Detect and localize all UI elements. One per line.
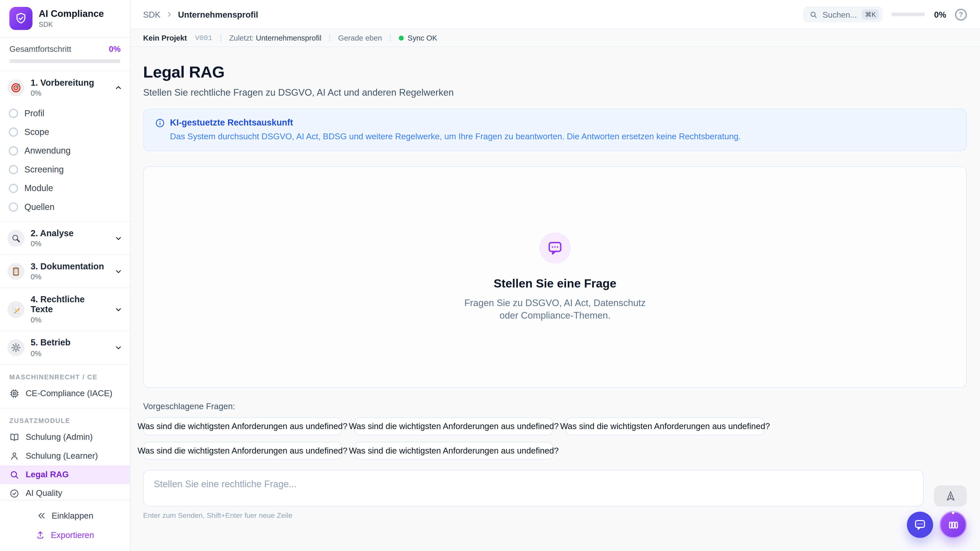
divider [329,34,330,42]
send-icon [944,490,956,502]
section-header-dokumentation[interactable]: 3. Dokumentation 0% [0,255,130,288]
page-subtitle: Stellen Sie rechtliche Fragen zu DSGVO, … [143,87,967,97]
suggested-question-button[interactable]: Was sind die wichtigsten Anforderungen a… [566,417,764,435]
overall-progress-bar [10,59,121,63]
radio-circle-icon [9,108,18,118]
suggestions-list: Was sind die wichtigsten Anforderungen a… [143,417,967,460]
sidebar-footer: Einklappen Exportieren [0,500,130,551]
divider [221,34,221,42]
group-header: ZUSATZMODULE [0,408,130,428]
section-title: 1. Vorbereitung [30,78,94,87]
export-button[interactable]: Exportieren [0,526,130,545]
section-header-betrieb[interactable]: 5. Betrieb 0% [0,331,130,364]
overall-progress: Gesamtfortschritt 0% [0,38,130,71]
chat-fab-button[interactable] [907,512,933,538]
sidebar-item-schulung-admin[interactable]: Schulung (Admin) [0,427,130,446]
section-vorbereitung: 1. Vorbereitung 0% Profil Scope Anwendun… [0,71,130,222]
sidebar-item-ai-quality[interactable]: AI Quality [0,484,130,500]
upload-icon [36,530,45,540]
suggested-question-button[interactable]: Was sind die wichtigsten Anforderungen a… [355,441,553,460]
chevron-right-icon [165,11,173,18]
chevron-down-icon [115,344,123,352]
app-root: AI Compliance SDK Gesamtfortschritt 0% 1… [0,0,980,551]
overall-progress-value: 0% [109,44,121,54]
chat-panel: Stellen Sie eine Frage Fragen Sie zu DSG… [143,166,967,388]
chat-bubble-icon [914,519,926,531]
sidebar-item-legal-rag[interactable]: Legal RAG [0,465,130,484]
info-icon [155,118,165,141]
keyboard-shortcut-badge: ⌘K [862,10,879,19]
send-button[interactable] [934,486,967,507]
last-saved-time: Gerade eben [338,33,382,42]
sidebar-item-module[interactable]: Module [0,179,130,197]
sidebar-item-ce-compliance[interactable]: CE-Compliance (IACE) [0,384,130,403]
app-subtitle: SDK [39,21,104,28]
overall-progress-label: Gesamtfortschritt [10,44,71,54]
memo-icon [7,301,24,318]
columns-fab-button[interactable] [939,511,967,538]
search-placeholder: Suchen... [822,10,857,19]
book-icon [10,432,19,442]
columns-icon [947,519,959,531]
sidebar-nav: 1. Vorbereitung 0% Profil Scope Anwendun… [0,71,130,500]
clipboard-icon [7,263,24,279]
sync-ok-dot-icon [399,35,404,40]
chevron-down-icon [115,267,123,275]
last-visited: Zuletzt: Unternehmensprofil [229,33,321,42]
topbar-right: Suchen... ⌘K 0% ? [803,6,967,22]
status-bar: Kein Projekt V001 Zuletzt: Unternehmensp… [130,29,980,47]
chevron-down-icon [115,305,123,313]
collapse-sidebar-button[interactable]: Einklappen [0,506,130,526]
global-search-button[interactable]: Suchen... ⌘K [803,6,883,22]
topbar-progress-bar [891,13,925,16]
sidebar-item-schulung-learner[interactable]: Schulung (Learner) [0,446,130,465]
search-icon [10,470,19,480]
info-text-block: KI-gestuetzte Rechtsauskunft Das System … [170,118,741,141]
composer-hint: Enter zum Senden, Shift+Enter fuer neue … [143,512,967,519]
section-header-rechtliche-texte[interactable]: 4. Rechtliche Texte 0% [0,288,130,331]
radio-circle-icon [9,202,18,211]
page-content: Legal RAG Stellen Sie rechtliche Fragen … [130,47,980,551]
sidebar-item-scope[interactable]: Scope [0,122,130,141]
section-dokumentation: 3. Dokumentation 0% [0,255,130,288]
radio-circle-icon [9,146,18,156]
magnifier-icon [7,230,24,246]
sidebar-item-screening[interactable]: Screening [0,160,130,179]
section-betrieb: 5. Betrieb 0% [0,331,130,365]
sidebar: AI Compliance SDK Gesamtfortschritt 0% 1… [0,0,130,551]
search-icon [810,10,818,18]
sync-status: Sync OK [399,33,437,42]
suggested-question-button[interactable]: Was sind die wichtigsten Anforderungen a… [355,417,553,435]
app-title: AI Compliance [39,9,104,19]
double-chevron-left-icon [37,511,46,520]
section-subitems: Profil Scope Anwendung Screening Module … [0,104,130,221]
sidebar-item-profil[interactable]: Profil [0,104,130,122]
section-rechtliche-texte: 4. Rechtliche Texte 0% [0,288,130,331]
empty-state-body: Fragen Sie zu DSGVO, AI Act, Datenschutz… [455,297,655,322]
sidebar-item-anwendung[interactable]: Anwendung [0,141,130,160]
chevron-down-icon [115,234,123,242]
sidebar-item-quellen[interactable]: Quellen [0,197,130,216]
info-banner: KI-gestuetzte Rechtsauskunft Das System … [143,109,967,151]
section-header-analyse[interactable]: 2. Analyse 0% [0,222,130,254]
main-area: SDK Unternehmensprofil Suchen... ⌘K 0% ?… [130,0,980,551]
info-title: KI-gestuetzte Rechtsauskunft [170,118,741,127]
breadcrumb-root[interactable]: SDK [143,10,161,19]
suggested-question-button[interactable]: Was sind die wichtigsten Anforderungen a… [143,417,342,435]
chevron-up-icon [115,83,123,92]
group-zusatzmodule: ZUSATZMODULE Schulung (Admin) Schulung (… [0,408,130,500]
help-icon[interactable]: ? [955,8,967,21]
suggestions-label: Vorgeschlagene Fragen: [143,402,967,411]
divider [390,34,390,42]
radio-circle-icon [9,127,18,137]
section-header-vorbereitung[interactable]: 1. Vorbereitung 0% [0,71,130,104]
topbar: SDK Unternehmensprofil Suchen... ⌘K 0% ? [130,0,980,29]
suggested-question-button[interactable]: Was sind die wichtigsten Anforderungen a… [143,441,342,460]
breadcrumb: SDK Unternehmensprofil [143,10,258,19]
empty-state-title: Stellen Sie eine Frage [493,276,616,290]
section-percent: 0% [30,89,94,97]
group-maschinenrecht: MASCHINENRECHT / CE CE-Compliance (IACE) [0,365,130,408]
question-input[interactable] [143,470,924,507]
radio-circle-icon [9,183,18,193]
app-title-block: AI Compliance SDK [39,9,104,28]
